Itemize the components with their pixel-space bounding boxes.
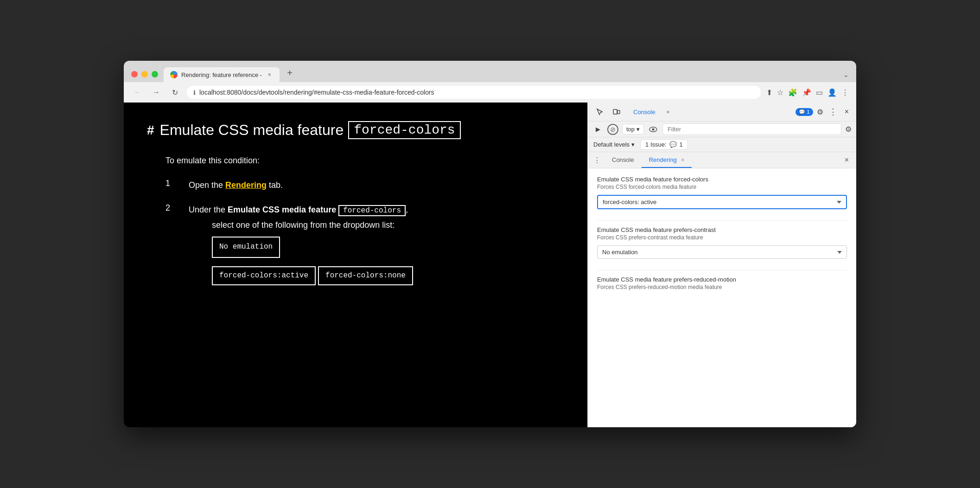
dt-context-selector[interactable]: top ▾ bbox=[622, 124, 644, 135]
dt-live-expressions-button[interactable] bbox=[648, 124, 659, 135]
forward-button[interactable]: → bbox=[150, 86, 163, 99]
dt-settings-button[interactable]: ⚙ bbox=[817, 108, 823, 116]
forced-colors-label: Emulate CSS media feature forced-colors bbox=[597, 176, 847, 183]
prefers-reduced-motion-sublabel: Forces CSS prefers-reduced-motion media … bbox=[597, 284, 847, 290]
dt-badge-icon: 💬 bbox=[799, 109, 805, 115]
tab-label: Rendering: feature reference - bbox=[181, 71, 262, 78]
forced-colors-section: Emulate CSS media feature forced-colors … bbox=[597, 176, 847, 209]
minimize-window-button[interactable] bbox=[141, 71, 148, 77]
prefers-contrast-label: Emulate CSS media feature prefers-contra… bbox=[597, 226, 847, 233]
dt-more-button[interactable]: ⋮ bbox=[827, 107, 839, 117]
tab-bar: Rendering: feature reference - × + ⌄ bbox=[164, 66, 849, 82]
title-bar: Rendering: feature reference - × + ⌄ bbox=[124, 61, 856, 82]
svg-point-3 bbox=[652, 128, 655, 130]
divider-2 bbox=[597, 270, 847, 270]
active-tab[interactable]: Rendering: feature reference - × bbox=[164, 67, 280, 82]
dt-default-levels-button[interactable]: Default levels ▾ bbox=[593, 141, 635, 148]
split-view-icon[interactable]: ▭ bbox=[816, 88, 823, 97]
step-1-text-post: tab. bbox=[267, 180, 283, 190]
dt-context-label: top bbox=[626, 126, 635, 133]
page-title-text: Emulate CSS media feature bbox=[160, 122, 344, 139]
rendering-tab-link[interactable]: Rendering bbox=[225, 180, 267, 190]
dt-filter-input[interactable] bbox=[662, 123, 841, 135]
browser-window: Rendering: feature reference - × + ⌄ ← →… bbox=[124, 61, 856, 427]
cast-icon[interactable]: 📌 bbox=[802, 88, 811, 97]
address-text: localhost:8080/docs/devtools/rendering/#… bbox=[199, 89, 434, 96]
dt-badge-count: 1 bbox=[807, 109, 810, 115]
dt-panel-rendering-tab[interactable]: Rendering × bbox=[642, 153, 692, 168]
devtools-toolbar-2: ▶ ⊘ top ▾ ⚙ bbox=[588, 122, 856, 137]
step-2-sub-text: select one of the following from the dro… bbox=[212, 218, 413, 289]
tab-maximize-icon[interactable]: ⌄ bbox=[843, 71, 849, 78]
dt-panel-close-button[interactable]: × bbox=[843, 152, 851, 168]
dt-console-settings-button[interactable]: ⚙ bbox=[845, 125, 852, 134]
dt-levels-label: Default levels bbox=[593, 141, 630, 148]
devtools-panel: Console » 💬 1 ⚙ ⋮ × ▶ ⊘ top ▾ bbox=[587, 103, 856, 427]
page-title-code: forced-colors bbox=[348, 121, 460, 139]
step-2-number: 2 bbox=[165, 203, 175, 213]
menu-icon[interactable]: ⋮ bbox=[841, 88, 849, 97]
step-2-bold: Emulate CSS media feature bbox=[228, 205, 338, 214]
dt-rendering-tab-label: Rendering bbox=[649, 156, 677, 163]
page-title: Emulate CSS media feature forced-colors bbox=[160, 121, 461, 139]
share-icon[interactable]: ⬆ bbox=[766, 88, 772, 97]
page-content: # Emulate CSS media feature forced-color… bbox=[124, 103, 587, 427]
divider-1 bbox=[597, 220, 847, 221]
tab-close-button[interactable]: × bbox=[266, 71, 273, 78]
prefers-contrast-select[interactable]: No emulation prefers-contrast: more pref… bbox=[597, 245, 847, 259]
step-1-number: 1 bbox=[165, 179, 175, 188]
step-2-text-pre: Under the bbox=[189, 205, 228, 214]
svg-rect-0 bbox=[613, 109, 617, 114]
extensions-icon[interactable]: 🧩 bbox=[788, 88, 797, 97]
content-area: # Emulate CSS media feature forced-color… bbox=[124, 103, 856, 427]
devtools-panel-tabs: ⋮ Console Rendering × × bbox=[588, 152, 856, 168]
steps-list: 1 Open the Rendering tab. 2 Under the Em… bbox=[165, 179, 564, 289]
dt-rendering-tab-close[interactable]: × bbox=[681, 157, 684, 163]
dt-close-button[interactable]: × bbox=[843, 108, 851, 116]
dt-execute-button[interactable]: ▶ bbox=[592, 124, 604, 135]
step-1-content: Open the Rendering tab. bbox=[189, 179, 283, 192]
prefers-contrast-section: Emulate CSS media feature prefers-contra… bbox=[597, 226, 847, 259]
dt-issues-badge[interactable]: 1 Issue: 💬 1 bbox=[640, 139, 688, 150]
dt-chevron-more[interactable]: » bbox=[664, 107, 673, 117]
maximize-window-button[interactable] bbox=[152, 71, 158, 77]
svg-rect-1 bbox=[617, 110, 620, 114]
address-input-wrapper[interactable]: ℹ localhost:8080/docs/devtools/rendering… bbox=[187, 86, 761, 99]
new-tab-button[interactable]: + bbox=[283, 66, 296, 79]
dt-issues-icon: 💬 bbox=[669, 141, 677, 148]
option-forced-colors-active: forced-colors:active bbox=[212, 266, 316, 286]
dt-panel-console-tab[interactable]: Console bbox=[605, 153, 642, 168]
dt-panel-dots[interactable]: ⋮ bbox=[593, 156, 601, 165]
address-bar: ← → ↻ ℹ localhost:8080/docs/devtools/ren… bbox=[124, 82, 856, 103]
device-toolbar-button[interactable] bbox=[610, 105, 623, 118]
prefers-contrast-sublabel: Forces CSS prefers-contrast media featur… bbox=[597, 234, 847, 241]
step-2-sub-label: select one of the following from the dro… bbox=[212, 218, 413, 232]
dt-issues-label: 1 Issue: bbox=[645, 141, 667, 148]
refresh-button[interactable]: ↻ bbox=[168, 86, 181, 99]
dt-console-tab[interactable]: Console bbox=[627, 107, 662, 117]
step-2-content: Under the Emulate CSS media feature forc… bbox=[189, 203, 413, 289]
step-2-code: forced-colors bbox=[338, 205, 406, 216]
step-1: 1 Open the Rendering tab. bbox=[165, 179, 564, 192]
forced-colors-select[interactable]: forced-colors: active No emulation force… bbox=[597, 195, 847, 209]
forced-colors-sublabel: Forces CSS forced-colors media feature bbox=[597, 184, 847, 190]
rendering-panel-content: Emulate CSS media feature forced-colors … bbox=[588, 168, 856, 427]
devtools-tab-bar: Console » bbox=[627, 107, 792, 117]
devtools-toolbar-3: Default levels ▾ 1 Issue: 💬 1 bbox=[588, 137, 856, 152]
step-1-text-pre: Open the bbox=[189, 180, 225, 190]
step-1-link-bold: Rendering bbox=[225, 180, 267, 190]
close-window-button[interactable] bbox=[131, 71, 138, 77]
tab-favicon bbox=[170, 71, 178, 78]
dt-issues-count: 1 bbox=[680, 141, 683, 148]
step-2: 2 Under the Emulate CSS media feature fo… bbox=[165, 203, 564, 289]
dt-levels-arrow: ▾ bbox=[631, 141, 635, 148]
option-forced-colors-none: forced-colors:none bbox=[318, 266, 413, 286]
dt-clear-console-button[interactable]: ⊘ bbox=[607, 124, 618, 135]
window-controls bbox=[131, 71, 158, 77]
hash-icon: # bbox=[147, 123, 154, 138]
back-button[interactable]: ← bbox=[131, 86, 144, 99]
inspect-element-button[interactable] bbox=[593, 105, 606, 118]
bookmark-icon[interactable]: ☆ bbox=[777, 88, 783, 97]
profile-icon[interactable]: 👤 bbox=[827, 88, 837, 97]
intro-text: To emulate this condition: bbox=[165, 156, 564, 166]
